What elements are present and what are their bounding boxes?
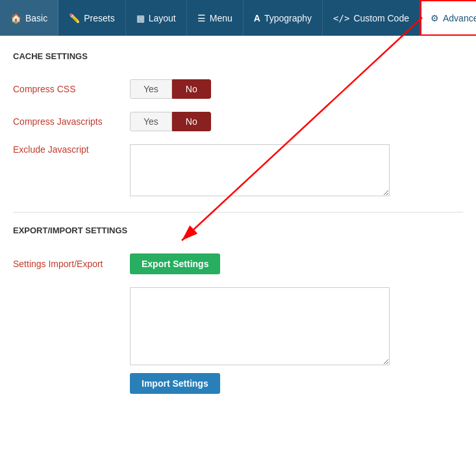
nav-label-advanced: Advanced [443, 13, 476, 23]
nav-label-typography: Typography [264, 13, 312, 23]
exclude-js-label: Exclude Javascript [13, 144, 130, 155]
compress-js-label: Compress Javascripts [13, 116, 130, 127]
code-icon: </> [333, 13, 349, 23]
nav-item-presets[interactable]: ✏️ Presets [58, 0, 125, 36]
compress-css-no-button[interactable]: No [172, 79, 211, 99]
nav-label-presets: Presets [84, 13, 114, 23]
nav-item-advanced[interactable]: ⚙ Advanced [420, 0, 476, 36]
nav-item-layout[interactable]: ▦ Layout [126, 0, 187, 36]
cache-settings-title: CACHE SETTINGS [13, 51, 463, 66]
nav-label-menu: Menu [210, 13, 232, 23]
compress-js-no-button[interactable]: No [172, 112, 211, 131]
pencil-icon: ✏️ [69, 13, 80, 23]
exclude-js-row: Exclude Javascript [13, 144, 463, 196]
nav-label-custom-code: Custom Code [353, 13, 409, 23]
section-divider [13, 212, 463, 213]
compress-js-yes-button[interactable]: Yes [130, 112, 172, 131]
home-icon: 🏠 [10, 13, 21, 23]
compress-js-row: Compress Javascripts Yes No [13, 112, 463, 131]
export-settings-row: Settings Import/Export Export Settings [13, 253, 463, 274]
content-area: CACHE SETTINGS Compress CSS Yes No Compr… [0, 36, 476, 409]
nav-item-basic[interactable]: 🏠 Basic [0, 0, 58, 36]
import-settings-button[interactable]: Import Settings [130, 373, 220, 394]
settings-import-export-label: Settings Import/Export [13, 259, 130, 269]
nav-bar: 🏠 Basic ✏️ Presets ▦ Layout ☰ Menu A Typ… [0, 0, 476, 36]
nav-label-layout: Layout [149, 13, 176, 23]
export-import-title: EXPORT/IMPORT SETTINGS [13, 226, 463, 240]
compress-css-label: Compress CSS [13, 84, 130, 94]
nav-item-typography[interactable]: A Typography [244, 0, 323, 36]
gear-icon: ⚙ [431, 13, 439, 23]
typography-icon: A [254, 13, 260, 23]
nav-label-basic: Basic [25, 13, 47, 23]
import-textarea[interactable] [130, 287, 390, 365]
menu-icon: ☰ [197, 13, 206, 23]
nav-item-menu[interactable]: ☰ Menu [187, 0, 244, 36]
nav-item-custom-code[interactable]: </> Custom Code [323, 0, 420, 36]
compress-css-yes-button[interactable]: Yes [130, 79, 172, 99]
compress-css-toggle: Yes No [130, 79, 211, 99]
export-settings-button[interactable]: Export Settings [130, 253, 220, 274]
exclude-js-textarea[interactable] [130, 144, 390, 196]
layout-icon: ▦ [136, 13, 145, 23]
compress-css-row: Compress CSS Yes No [13, 79, 463, 99]
compress-js-toggle: Yes No [130, 112, 211, 131]
